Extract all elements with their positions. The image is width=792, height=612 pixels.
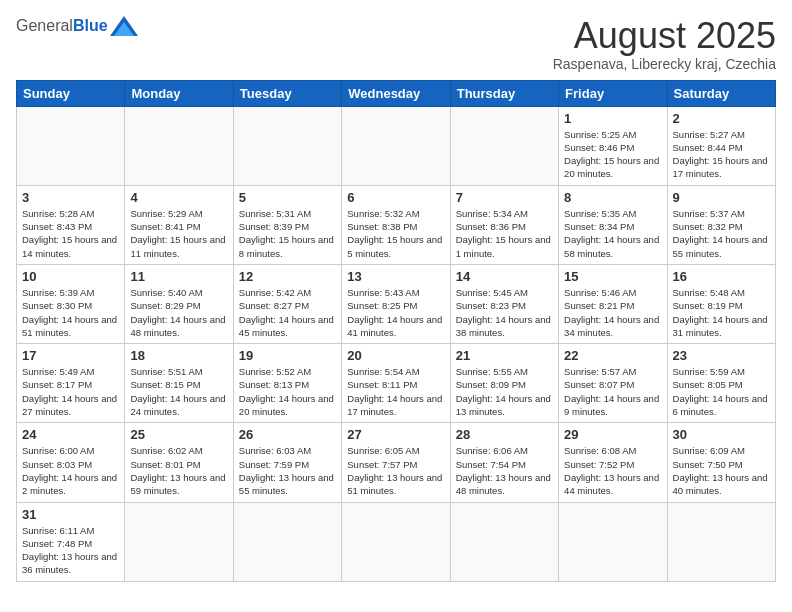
day-info: Sunrise: 5:52 AM Sunset: 8:13 PM Dayligh… (239, 365, 336, 418)
calendar-cell: 16Sunrise: 5:48 AM Sunset: 8:19 PM Dayli… (667, 264, 775, 343)
day-number: 27 (347, 427, 444, 442)
day-number: 18 (130, 348, 227, 363)
calendar-cell: 19Sunrise: 5:52 AM Sunset: 8:13 PM Dayli… (233, 344, 341, 423)
day-info: Sunrise: 5:48 AM Sunset: 8:19 PM Dayligh… (673, 286, 770, 339)
weekday-header-monday: Monday (125, 80, 233, 106)
day-info: Sunrise: 5:25 AM Sunset: 8:46 PM Dayligh… (564, 128, 661, 181)
day-number: 4 (130, 190, 227, 205)
calendar-header-row: SundayMondayTuesdayWednesdayThursdayFrid… (17, 80, 776, 106)
calendar-cell (342, 106, 450, 185)
day-info: Sunrise: 6:09 AM Sunset: 7:50 PM Dayligh… (673, 444, 770, 497)
day-number: 28 (456, 427, 553, 442)
day-number: 30 (673, 427, 770, 442)
day-number: 15 (564, 269, 661, 284)
day-info: Sunrise: 5:28 AM Sunset: 8:43 PM Dayligh… (22, 207, 119, 260)
calendar-cell: 2Sunrise: 5:27 AM Sunset: 8:44 PM Daylig… (667, 106, 775, 185)
calendar-cell: 22Sunrise: 5:57 AM Sunset: 8:07 PM Dayli… (559, 344, 667, 423)
day-number: 25 (130, 427, 227, 442)
day-number: 10 (22, 269, 119, 284)
day-number: 14 (456, 269, 553, 284)
day-info: Sunrise: 5:39 AM Sunset: 8:30 PM Dayligh… (22, 286, 119, 339)
calendar-cell: 27Sunrise: 6:05 AM Sunset: 7:57 PM Dayli… (342, 423, 450, 502)
day-info: Sunrise: 5:31 AM Sunset: 8:39 PM Dayligh… (239, 207, 336, 260)
calendar-cell (233, 106, 341, 185)
day-number: 11 (130, 269, 227, 284)
day-info: Sunrise: 5:43 AM Sunset: 8:25 PM Dayligh… (347, 286, 444, 339)
calendar-cell: 21Sunrise: 5:55 AM Sunset: 8:09 PM Dayli… (450, 344, 558, 423)
day-info: Sunrise: 5:59 AM Sunset: 8:05 PM Dayligh… (673, 365, 770, 418)
calendar-cell: 15Sunrise: 5:46 AM Sunset: 8:21 PM Dayli… (559, 264, 667, 343)
logo: General Blue (16, 16, 138, 36)
calendar-cell (233, 502, 341, 581)
calendar-cell: 14Sunrise: 5:45 AM Sunset: 8:23 PM Dayli… (450, 264, 558, 343)
day-info: Sunrise: 5:55 AM Sunset: 8:09 PM Dayligh… (456, 365, 553, 418)
day-info: Sunrise: 6:03 AM Sunset: 7:59 PM Dayligh… (239, 444, 336, 497)
day-number: 31 (22, 507, 119, 522)
day-info: Sunrise: 5:40 AM Sunset: 8:29 PM Dayligh… (130, 286, 227, 339)
day-info: Sunrise: 5:49 AM Sunset: 8:17 PM Dayligh… (22, 365, 119, 418)
calendar-table: SundayMondayTuesdayWednesdayThursdayFrid… (16, 80, 776, 582)
day-info: Sunrise: 5:46 AM Sunset: 8:21 PM Dayligh… (564, 286, 661, 339)
calendar-cell: 12Sunrise: 5:42 AM Sunset: 8:27 PM Dayli… (233, 264, 341, 343)
day-info: Sunrise: 6:00 AM Sunset: 8:03 PM Dayligh… (22, 444, 119, 497)
day-number: 8 (564, 190, 661, 205)
logo-general-text: General (16, 17, 73, 35)
calendar-week-2: 3Sunrise: 5:28 AM Sunset: 8:43 PM Daylig… (17, 185, 776, 264)
page-header: General Blue August 2025 Raspenava, Libe… (16, 16, 776, 72)
logo-blue-text: Blue (73, 17, 108, 35)
calendar-cell: 18Sunrise: 5:51 AM Sunset: 8:15 PM Dayli… (125, 344, 233, 423)
calendar-cell: 26Sunrise: 6:03 AM Sunset: 7:59 PM Dayli… (233, 423, 341, 502)
day-info: Sunrise: 5:37 AM Sunset: 8:32 PM Dayligh… (673, 207, 770, 260)
calendar-cell: 5Sunrise: 5:31 AM Sunset: 8:39 PM Daylig… (233, 185, 341, 264)
day-number: 19 (239, 348, 336, 363)
calendar-cell: 13Sunrise: 5:43 AM Sunset: 8:25 PM Dayli… (342, 264, 450, 343)
weekday-header-thursday: Thursday (450, 80, 558, 106)
day-info: Sunrise: 5:51 AM Sunset: 8:15 PM Dayligh… (130, 365, 227, 418)
calendar-week-4: 17Sunrise: 5:49 AM Sunset: 8:17 PM Dayli… (17, 344, 776, 423)
day-number: 6 (347, 190, 444, 205)
day-info: Sunrise: 5:29 AM Sunset: 8:41 PM Dayligh… (130, 207, 227, 260)
day-number: 20 (347, 348, 444, 363)
weekday-header-sunday: Sunday (17, 80, 125, 106)
calendar-cell: 1Sunrise: 5:25 AM Sunset: 8:46 PM Daylig… (559, 106, 667, 185)
day-number: 5 (239, 190, 336, 205)
calendar-cell: 29Sunrise: 6:08 AM Sunset: 7:52 PM Dayli… (559, 423, 667, 502)
calendar-cell (17, 106, 125, 185)
title-area: August 2025 Raspenava, Liberecky kraj, C… (553, 16, 776, 72)
day-info: Sunrise: 6:06 AM Sunset: 7:54 PM Dayligh… (456, 444, 553, 497)
calendar-cell (125, 502, 233, 581)
weekday-header-saturday: Saturday (667, 80, 775, 106)
calendar-week-6: 31Sunrise: 6:11 AM Sunset: 7:48 PM Dayli… (17, 502, 776, 581)
calendar-week-1: 1Sunrise: 5:25 AM Sunset: 8:46 PM Daylig… (17, 106, 776, 185)
day-info: Sunrise: 5:32 AM Sunset: 8:38 PM Dayligh… (347, 207, 444, 260)
calendar-cell (342, 502, 450, 581)
calendar-cell: 6Sunrise: 5:32 AM Sunset: 8:38 PM Daylig… (342, 185, 450, 264)
logo-icon (110, 16, 138, 36)
day-number: 13 (347, 269, 444, 284)
day-number: 24 (22, 427, 119, 442)
day-number: 12 (239, 269, 336, 284)
calendar-cell (125, 106, 233, 185)
day-number: 17 (22, 348, 119, 363)
calendar-week-3: 10Sunrise: 5:39 AM Sunset: 8:30 PM Dayli… (17, 264, 776, 343)
calendar-cell: 17Sunrise: 5:49 AM Sunset: 8:17 PM Dayli… (17, 344, 125, 423)
weekday-header-friday: Friday (559, 80, 667, 106)
day-number: 2 (673, 111, 770, 126)
calendar-cell (559, 502, 667, 581)
calendar-cell: 31Sunrise: 6:11 AM Sunset: 7:48 PM Dayli… (17, 502, 125, 581)
location-subtitle: Raspenava, Liberecky kraj, Czechia (553, 56, 776, 72)
calendar-cell: 20Sunrise: 5:54 AM Sunset: 8:11 PM Dayli… (342, 344, 450, 423)
calendar-cell: 23Sunrise: 5:59 AM Sunset: 8:05 PM Dayli… (667, 344, 775, 423)
day-number: 22 (564, 348, 661, 363)
day-number: 29 (564, 427, 661, 442)
day-info: Sunrise: 5:27 AM Sunset: 8:44 PM Dayligh… (673, 128, 770, 181)
logo-area: General Blue (16, 16, 138, 36)
day-number: 23 (673, 348, 770, 363)
day-info: Sunrise: 5:54 AM Sunset: 8:11 PM Dayligh… (347, 365, 444, 418)
month-title: August 2025 (553, 16, 776, 56)
day-info: Sunrise: 5:34 AM Sunset: 8:36 PM Dayligh… (456, 207, 553, 260)
calendar-cell (667, 502, 775, 581)
day-number: 9 (673, 190, 770, 205)
calendar-cell: 8Sunrise: 5:35 AM Sunset: 8:34 PM Daylig… (559, 185, 667, 264)
day-number: 21 (456, 348, 553, 363)
